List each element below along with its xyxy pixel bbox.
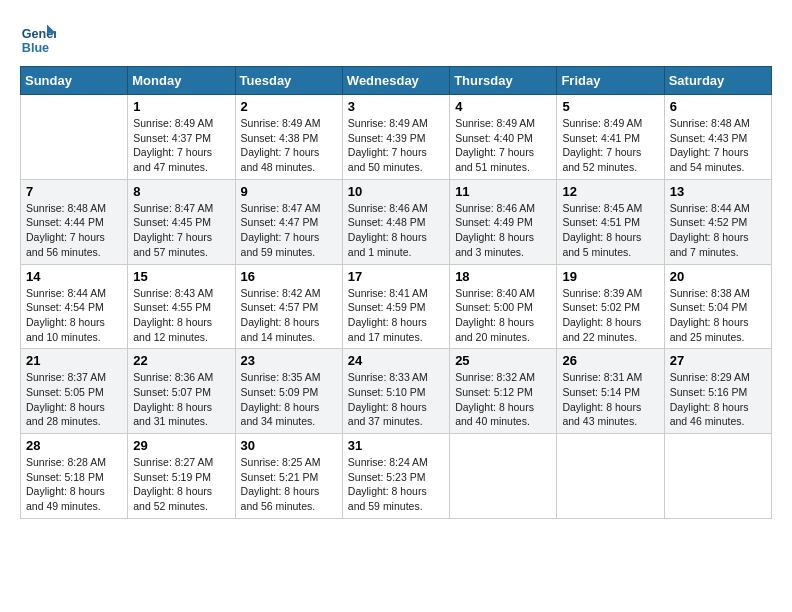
day-number: 31 (348, 438, 444, 453)
day-cell: 31Sunrise: 8:24 AM Sunset: 5:23 PM Dayli… (342, 434, 449, 519)
day-number: 18 (455, 269, 551, 284)
day-number: 22 (133, 353, 229, 368)
day-cell: 27Sunrise: 8:29 AM Sunset: 5:16 PM Dayli… (664, 349, 771, 434)
day-cell: 12Sunrise: 8:45 AM Sunset: 4:51 PM Dayli… (557, 179, 664, 264)
day-detail: Sunrise: 8:46 AM Sunset: 4:49 PM Dayligh… (455, 201, 551, 260)
day-cell: 20Sunrise: 8:38 AM Sunset: 5:04 PM Dayli… (664, 264, 771, 349)
day-number: 19 (562, 269, 658, 284)
day-cell: 1Sunrise: 8:49 AM Sunset: 4:37 PM Daylig… (128, 95, 235, 180)
day-number: 28 (26, 438, 122, 453)
day-number: 26 (562, 353, 658, 368)
day-cell: 17Sunrise: 8:41 AM Sunset: 4:59 PM Dayli… (342, 264, 449, 349)
week-row-1: 1Sunrise: 8:49 AM Sunset: 4:37 PM Daylig… (21, 95, 772, 180)
day-detail: Sunrise: 8:42 AM Sunset: 4:57 PM Dayligh… (241, 286, 337, 345)
day-cell: 15Sunrise: 8:43 AM Sunset: 4:55 PM Dayli… (128, 264, 235, 349)
day-number: 16 (241, 269, 337, 284)
day-detail: Sunrise: 8:48 AM Sunset: 4:43 PM Dayligh… (670, 116, 766, 175)
day-detail: Sunrise: 8:33 AM Sunset: 5:10 PM Dayligh… (348, 370, 444, 429)
column-header-sunday: Sunday (21, 67, 128, 95)
day-cell: 22Sunrise: 8:36 AM Sunset: 5:07 PM Dayli… (128, 349, 235, 434)
day-number: 25 (455, 353, 551, 368)
day-cell: 25Sunrise: 8:32 AM Sunset: 5:12 PM Dayli… (450, 349, 557, 434)
day-number: 3 (348, 99, 444, 114)
week-row-5: 28Sunrise: 8:28 AM Sunset: 5:18 PM Dayli… (21, 434, 772, 519)
day-cell: 19Sunrise: 8:39 AM Sunset: 5:02 PM Dayli… (557, 264, 664, 349)
day-number: 10 (348, 184, 444, 199)
day-detail: Sunrise: 8:37 AM Sunset: 5:05 PM Dayligh… (26, 370, 122, 429)
day-detail: Sunrise: 8:36 AM Sunset: 5:07 PM Dayligh… (133, 370, 229, 429)
logo: General Blue (20, 20, 60, 56)
day-cell: 10Sunrise: 8:46 AM Sunset: 4:48 PM Dayli… (342, 179, 449, 264)
day-number: 24 (348, 353, 444, 368)
week-row-2: 7Sunrise: 8:48 AM Sunset: 4:44 PM Daylig… (21, 179, 772, 264)
day-number: 5 (562, 99, 658, 114)
day-cell: 16Sunrise: 8:42 AM Sunset: 4:57 PM Dayli… (235, 264, 342, 349)
day-number: 2 (241, 99, 337, 114)
day-number: 9 (241, 184, 337, 199)
day-cell: 2Sunrise: 8:49 AM Sunset: 4:38 PM Daylig… (235, 95, 342, 180)
day-detail: Sunrise: 8:28 AM Sunset: 5:18 PM Dayligh… (26, 455, 122, 514)
day-detail: Sunrise: 8:44 AM Sunset: 4:52 PM Dayligh… (670, 201, 766, 260)
day-cell: 28Sunrise: 8:28 AM Sunset: 5:18 PM Dayli… (21, 434, 128, 519)
day-detail: Sunrise: 8:40 AM Sunset: 5:00 PM Dayligh… (455, 286, 551, 345)
day-detail: Sunrise: 8:38 AM Sunset: 5:04 PM Dayligh… (670, 286, 766, 345)
day-cell: 8Sunrise: 8:47 AM Sunset: 4:45 PM Daylig… (128, 179, 235, 264)
day-detail: Sunrise: 8:31 AM Sunset: 5:14 PM Dayligh… (562, 370, 658, 429)
column-header-saturday: Saturday (664, 67, 771, 95)
day-detail: Sunrise: 8:45 AM Sunset: 4:51 PM Dayligh… (562, 201, 658, 260)
day-number: 30 (241, 438, 337, 453)
day-number: 21 (26, 353, 122, 368)
day-detail: Sunrise: 8:35 AM Sunset: 5:09 PM Dayligh… (241, 370, 337, 429)
day-cell: 13Sunrise: 8:44 AM Sunset: 4:52 PM Dayli… (664, 179, 771, 264)
day-cell: 21Sunrise: 8:37 AM Sunset: 5:05 PM Dayli… (21, 349, 128, 434)
day-detail: Sunrise: 8:47 AM Sunset: 4:47 PM Dayligh… (241, 201, 337, 260)
day-cell: 4Sunrise: 8:49 AM Sunset: 4:40 PM Daylig… (450, 95, 557, 180)
day-detail: Sunrise: 8:27 AM Sunset: 5:19 PM Dayligh… (133, 455, 229, 514)
header-row: SundayMondayTuesdayWednesdayThursdayFrid… (21, 67, 772, 95)
day-detail: Sunrise: 8:24 AM Sunset: 5:23 PM Dayligh… (348, 455, 444, 514)
day-number: 17 (348, 269, 444, 284)
day-number: 13 (670, 184, 766, 199)
day-number: 7 (26, 184, 122, 199)
day-cell: 26Sunrise: 8:31 AM Sunset: 5:14 PM Dayli… (557, 349, 664, 434)
day-cell: 14Sunrise: 8:44 AM Sunset: 4:54 PM Dayli… (21, 264, 128, 349)
day-number: 14 (26, 269, 122, 284)
day-cell (557, 434, 664, 519)
day-cell (21, 95, 128, 180)
day-cell: 11Sunrise: 8:46 AM Sunset: 4:49 PM Dayli… (450, 179, 557, 264)
calendar-table: SundayMondayTuesdayWednesdayThursdayFrid… (20, 66, 772, 519)
day-cell: 5Sunrise: 8:49 AM Sunset: 4:41 PM Daylig… (557, 95, 664, 180)
day-detail: Sunrise: 8:41 AM Sunset: 4:59 PM Dayligh… (348, 286, 444, 345)
day-cell (450, 434, 557, 519)
day-cell: 3Sunrise: 8:49 AM Sunset: 4:39 PM Daylig… (342, 95, 449, 180)
day-detail: Sunrise: 8:39 AM Sunset: 5:02 PM Dayligh… (562, 286, 658, 345)
logo-icon: General Blue (20, 20, 56, 56)
day-number: 20 (670, 269, 766, 284)
day-number: 23 (241, 353, 337, 368)
day-detail: Sunrise: 8:29 AM Sunset: 5:16 PM Dayligh… (670, 370, 766, 429)
day-detail: Sunrise: 8:49 AM Sunset: 4:40 PM Dayligh… (455, 116, 551, 175)
calendar-header: SundayMondayTuesdayWednesdayThursdayFrid… (21, 67, 772, 95)
day-detail: Sunrise: 8:49 AM Sunset: 4:38 PM Dayligh… (241, 116, 337, 175)
day-detail: Sunrise: 8:47 AM Sunset: 4:45 PM Dayligh… (133, 201, 229, 260)
day-number: 15 (133, 269, 229, 284)
day-cell: 9Sunrise: 8:47 AM Sunset: 4:47 PM Daylig… (235, 179, 342, 264)
day-cell: 6Sunrise: 8:48 AM Sunset: 4:43 PM Daylig… (664, 95, 771, 180)
day-cell: 30Sunrise: 8:25 AM Sunset: 5:21 PM Dayli… (235, 434, 342, 519)
day-cell: 23Sunrise: 8:35 AM Sunset: 5:09 PM Dayli… (235, 349, 342, 434)
day-number: 1 (133, 99, 229, 114)
day-number: 8 (133, 184, 229, 199)
week-row-3: 14Sunrise: 8:44 AM Sunset: 4:54 PM Dayli… (21, 264, 772, 349)
column-header-friday: Friday (557, 67, 664, 95)
calendar-body: 1Sunrise: 8:49 AM Sunset: 4:37 PM Daylig… (21, 95, 772, 519)
day-cell (664, 434, 771, 519)
day-detail: Sunrise: 8:44 AM Sunset: 4:54 PM Dayligh… (26, 286, 122, 345)
day-detail: Sunrise: 8:25 AM Sunset: 5:21 PM Dayligh… (241, 455, 337, 514)
column-header-thursday: Thursday (450, 67, 557, 95)
column-header-wednesday: Wednesday (342, 67, 449, 95)
day-detail: Sunrise: 8:48 AM Sunset: 4:44 PM Dayligh… (26, 201, 122, 260)
day-detail: Sunrise: 8:43 AM Sunset: 4:55 PM Dayligh… (133, 286, 229, 345)
day-number: 6 (670, 99, 766, 114)
day-detail: Sunrise: 8:49 AM Sunset: 4:39 PM Dayligh… (348, 116, 444, 175)
column-header-tuesday: Tuesday (235, 67, 342, 95)
